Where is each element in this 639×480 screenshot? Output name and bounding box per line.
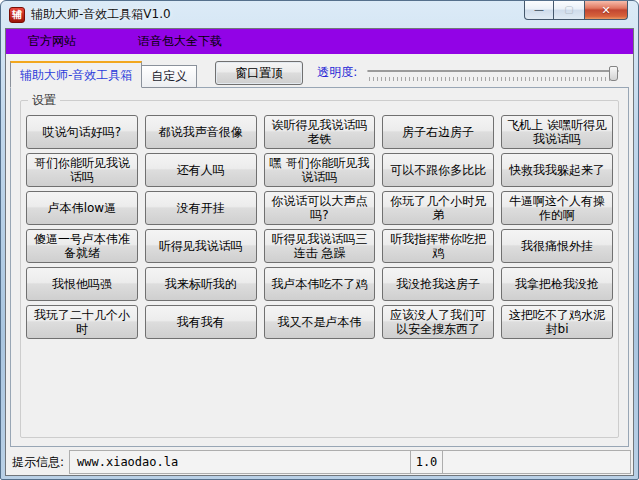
sound-effect-button[interactable]: 应该没人了我们可以安全搜东西了 — [382, 305, 494, 339]
sound-effect-button[interactable]: 卢本伟low逼 — [26, 191, 138, 225]
sound-effect-button[interactable]: 还有人吗 — [145, 153, 257, 187]
groupbox-label: 设置 — [28, 92, 60, 109]
tab-custom[interactable]: 自定义 — [142, 65, 197, 88]
tab-label: 辅助大师-音效工具箱 — [20, 67, 132, 84]
sound-effect-button[interactable]: 我恨他吗强 — [26, 267, 138, 301]
sound-effect-button[interactable]: 你玩了几个小时兄弟 — [382, 191, 494, 225]
sound-effect-button[interactable]: 我来标听我的 — [145, 267, 257, 301]
menu-item-voicepack-download[interactable]: 语音包大全下载 — [126, 29, 234, 54]
sound-effect-button[interactable]: 我卢本伟吃不了鸡 — [264, 267, 376, 301]
menu-bar: 官方网站 语音包大全下载 — [6, 29, 633, 54]
slider-ticks — [369, 77, 617, 81]
sound-effect-button[interactable]: 快救我我躲起来了 — [501, 153, 613, 187]
sound-effect-button[interactable]: 这把吃不了鸡水泥封bi — [501, 305, 613, 339]
sound-effect-button[interactable]: 都说我声音很像 — [145, 115, 257, 149]
status-url: www.xiaodao.la — [77, 455, 178, 469]
sound-effect-button[interactable]: 我有我有 — [145, 305, 257, 339]
status-label: 提示信息: — [8, 450, 69, 474]
version-value: 1.0 — [416, 455, 438, 469]
sound-effect-button[interactable]: 牛逼啊这个人有操作的啊 — [501, 191, 613, 225]
app-icon: 辅 — [9, 7, 25, 23]
status-bar: 提示信息: www.xiaodao.la 1.0 — [8, 450, 631, 474]
sound-effect-button[interactable]: 我又不是卢本伟 — [264, 305, 376, 339]
status-empty-field — [443, 450, 631, 474]
tab-sound-toolbox[interactable]: 辅助大师-音效工具箱 — [10, 61, 142, 88]
window-controls: — ▢ ✕ — [524, 1, 628, 20]
sound-effect-button[interactable]: 诶听得见我说话吗 老铁 — [264, 115, 376, 149]
sound-effect-button[interactable]: 傻逼一号卢本伟准备就绪 — [26, 229, 138, 263]
opacity-slider[interactable] — [367, 62, 619, 88]
sound-effect-button[interactable]: 嘿 哥们你能听见我说话吗 — [264, 153, 376, 187]
sound-effect-button[interactable]: 我很痛恨外挂 — [501, 229, 613, 263]
sound-effect-button[interactable]: 哥们你能听见我说话吗 — [26, 153, 138, 187]
sound-effect-button[interactable]: 你说话可以大声点吗? — [264, 191, 376, 225]
minimize-button[interactable]: — — [524, 1, 554, 20]
window-title: 辅助大师-音效工具箱V1.0 — [31, 6, 171, 23]
opacity-label: 透明度: — [317, 64, 357, 81]
sound-button-grid: 哎说句话好吗?都说我声音很像诶听得见我说话吗 老铁房子右边房子飞机上 诶嘿听得见… — [26, 115, 613, 339]
toolbar: 辅助大师-音效工具箱 自定义 窗口置顶 透明度: — [6, 54, 633, 88]
sound-effect-button[interactable]: 可以不跟你多比比 — [382, 153, 494, 187]
status-url-field: www.xiaodao.la — [69, 450, 411, 474]
sound-effect-button[interactable]: 听得见我说话吗 — [145, 229, 257, 263]
sound-effect-button[interactable]: 哎说句话好吗? — [26, 115, 138, 149]
menu-item-official-site[interactable]: 官方网站 — [16, 29, 88, 54]
tab-label: 自定义 — [151, 68, 187, 85]
slider-thumb[interactable] — [609, 66, 618, 81]
sound-effect-button[interactable]: 我拿把枪我没抢 — [501, 267, 613, 301]
sound-effect-button[interactable]: 听我指挥带你吃把鸡 — [382, 229, 494, 263]
sound-effect-button[interactable]: 没有开挂 — [145, 191, 257, 225]
sound-effect-button[interactable]: 听得见我说话吗三连击 急躁 — [264, 229, 376, 263]
sound-effect-button[interactable]: 房子右边房子 — [382, 115, 494, 149]
settings-groupbox: 设置 哎说句话好吗?都说我声音很像诶听得见我说话吗 老铁房子右边房子飞机上 诶嘿… — [20, 92, 619, 438]
window-pin-button[interactable]: 窗口置顶 — [215, 61, 303, 85]
sound-effect-button[interactable]: 我玩了二十几个小时 — [26, 305, 138, 339]
sound-effect-button[interactable]: 我没抢我这房子 — [382, 267, 494, 301]
status-version-field: 1.0 — [411, 450, 443, 474]
close-button[interactable]: ✕ — [584, 1, 628, 20]
sound-effect-button[interactable]: 飞机上 诶嘿听得见我说话吗 — [501, 115, 613, 149]
slider-track[interactable] — [367, 70, 619, 72]
client-area: 官方网站 语音包大全下载 辅助大师-音效工具箱 自定义 窗口置顶 透明度: 设置… — [5, 28, 634, 476]
app-window: 辅 辅助大师-音效工具箱V1.0 — ▢ ✕ 官方网站 语音包大全下载 辅助大师… — [0, 0, 639, 480]
tab-panel: 设置 哎说句话好吗?都说我声音很像诶听得见我说话吗 老铁房子右边房子飞机上 诶嘿… — [10, 87, 629, 447]
maximize-button: ▢ — [554, 1, 584, 20]
